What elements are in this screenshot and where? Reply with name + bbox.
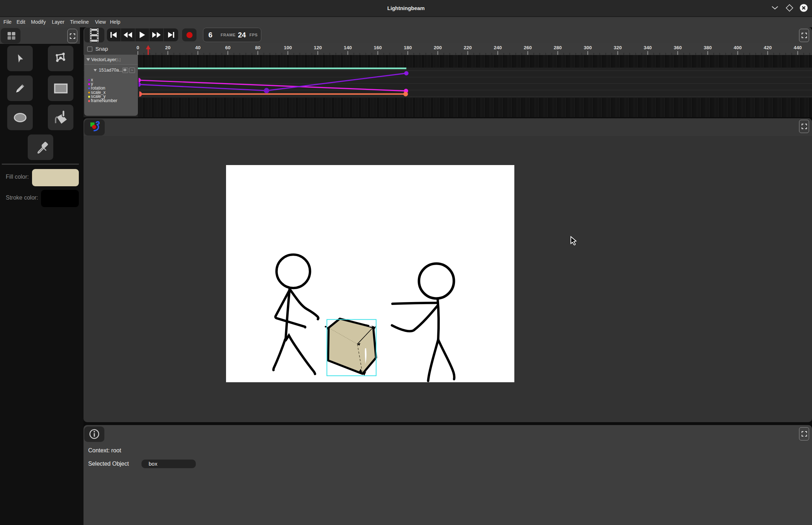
svg-text:40: 40	[195, 45, 200, 50]
svg-text:240: 240	[494, 45, 502, 50]
svg-text:320: 320	[614, 45, 622, 50]
svg-text:160: 160	[374, 45, 382, 50]
svg-text:420: 420	[764, 45, 772, 50]
svg-text:0: 0	[136, 45, 139, 50]
svg-text:20: 20	[165, 45, 171, 50]
svg-text:280: 280	[554, 45, 562, 50]
svg-text:340: 340	[644, 45, 652, 50]
svg-text:100: 100	[284, 45, 292, 50]
svg-text:400: 400	[734, 45, 742, 50]
svg-text:80: 80	[255, 45, 261, 50]
svg-text:220: 220	[464, 45, 472, 50]
svg-text:380: 380	[704, 45, 712, 50]
svg-text:200: 200	[434, 45, 442, 50]
svg-text:180: 180	[404, 45, 412, 50]
svg-text:360: 360	[674, 45, 682, 50]
svg-text:120: 120	[314, 45, 322, 50]
svg-text:140: 140	[344, 45, 352, 50]
svg-text:440: 440	[794, 45, 802, 50]
svg-text:60: 60	[225, 45, 230, 50]
svg-text:260: 260	[524, 45, 532, 50]
svg-text:300: 300	[584, 45, 592, 50]
